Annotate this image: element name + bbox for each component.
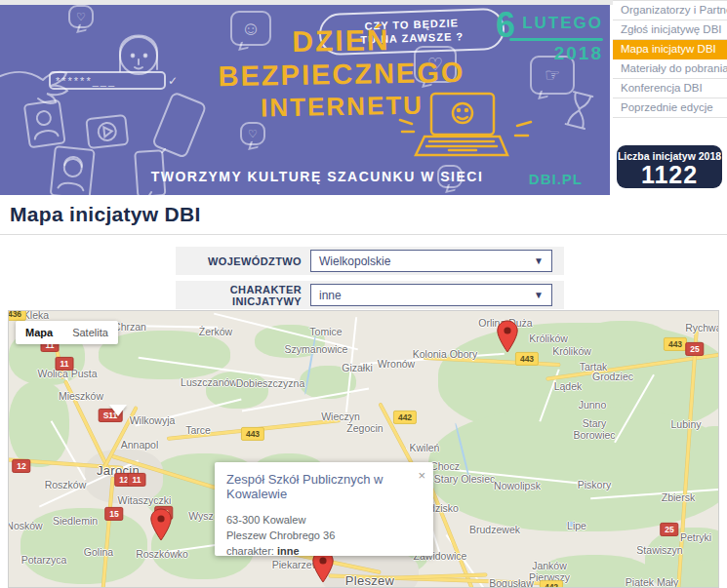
map-town-label: Lubiny — [671, 418, 702, 430]
banner-title: DZIEŃ BEZPIECZNEGO INTERNETU — [199, 21, 484, 124]
date-underline — [509, 38, 603, 41]
map-type-satellite-button[interactable]: Satelita — [62, 321, 118, 344]
initiative-counter: Liczba inicjatyw 2018 1122 — [617, 145, 722, 188]
play-button-doodle-icon — [84, 113, 131, 154]
map-town-label: Nosków — [8, 520, 43, 531]
date-month: LUTEGO — [522, 14, 603, 32]
banner-title-line2: BEZPIECZNEGO — [200, 55, 484, 93]
password-mask: ******___ — [56, 75, 116, 87]
date-year: 2018 — [496, 43, 603, 64]
map-greenery — [99, 331, 230, 379]
map-town-label: Bogusław — [489, 577, 534, 588]
hourglass-doodle-icon — [561, 89, 596, 137]
map-town-label: Wronów — [378, 358, 415, 370]
map-town-label: Rychwał — [685, 322, 719, 333]
info-charakter-value: inne — [277, 545, 300, 557]
heart-bubble-icon: ♡ — [240, 122, 265, 145]
map-marker[interactable] — [150, 508, 172, 545]
map-town-label: Stary Olesiec — [434, 473, 495, 485]
map-town-label: Nowolipsk — [494, 480, 541, 491]
map-town-label: Brudzewek — [469, 524, 520, 535]
road-badge: 15 — [104, 507, 123, 521]
map-town-label: Pleszew — [345, 574, 395, 588]
map-town-label: Potarzyca — [21, 554, 67, 566]
map-town-label: Stary Borowiec — [573, 417, 615, 441]
map-town-label: Mieszków — [59, 390, 103, 402]
map-canvas[interactable]: KlekaChrzanŻerkówWolica PustaMieszkówLus… — [8, 310, 719, 588]
wojewodztwo-select[interactable]: Wielkopolskie ▼ — [310, 250, 552, 272]
charakter-select[interactable]: inne ▼ — [310, 284, 552, 306]
info-charakter-line: charakter: inne — [226, 543, 422, 559]
info-window-tail — [109, 405, 127, 416]
counter-value: 1122 — [617, 162, 722, 187]
road-badge: 11 — [128, 473, 146, 487]
map-town-label: dzisko — [429, 502, 459, 514]
map-town-label: Gizałki — [342, 362, 373, 373]
date-day: 6 — [496, 9, 515, 42]
road-badge: 12 — [12, 459, 30, 473]
map-type-control: Mapa Satelita — [16, 321, 118, 344]
map-town-label: Annapol — [121, 439, 159, 451]
map-town-label: Lipe — [567, 520, 586, 531]
road-badge: 443 — [515, 352, 539, 366]
map-town-label: Golina — [84, 546, 113, 558]
info-address-line2: Pleszew Chrobrego 36 — [226, 528, 422, 543]
banner-tagline: TWORZYMY KULTURĘ SZACUNKU W SIECI — [146, 169, 488, 184]
wojewodztwo-value: Wielkopolskie — [319, 255, 390, 268]
heart-bubble-icon: ♡ — [68, 5, 94, 28]
map-town-label: Siedlemin — [53, 515, 98, 527]
road-badge: 25 — [660, 523, 678, 536]
chevron-down-icon: ▼ — [534, 255, 544, 266]
check-icon: ✓ — [168, 74, 180, 88]
map-town-label: Zbiersk — [662, 491, 695, 503]
wojewodztwo-label: WOJEWÓDZTWO — [176, 255, 310, 267]
dbi-logo: DBI.PL — [529, 171, 583, 187]
sidebar-menu: Organizatorzy i PartnerzyZgłoś inicjatyw… — [613, 0, 727, 118]
info-window: Zespół Szkół Publicznych w Kowalewie × 6… — [215, 462, 433, 556]
map-town-label: Królików — [529, 333, 568, 344]
charakter-value: inne — [319, 289, 342, 302]
info-window-body: 63-300 Kowalew Pleszew Chrobrego 36 char… — [226, 512, 422, 559]
map-town-label: Szymanowice — [285, 343, 348, 355]
sidebar-item[interactable]: Zgłoś inicjatywę DBI — [613, 20, 727, 40]
page-title: Mapa inicjatyw DBI — [10, 203, 201, 226]
info-address-line1: 63-300 Kowalew — [226, 512, 422, 528]
map-town-label: Lądek — [554, 380, 583, 392]
road-badge: 443 — [664, 337, 687, 351]
sidebar-item[interactable]: Konferencja DBI — [613, 79, 727, 98]
sidebar-item[interactable]: Poprzednie edycje — [613, 98, 727, 118]
map-town-label: Kleka — [23, 310, 49, 321]
map-town-label: Luszczanów — [181, 376, 237, 388]
map-town-label: Tomice — [309, 326, 342, 337]
map-town-label: Kolonia Obory — [413, 348, 478, 360]
sidebar: Organizatorzy i PartnerzyZgłoś inicjatyw… — [613, 0, 727, 118]
map-town-label: Petryki — [680, 531, 711, 543]
map-marker[interactable] — [497, 320, 518, 357]
sidebar-item[interactable]: Mapa inicjatyw DBI — [613, 40, 727, 59]
sidebar-item[interactable]: Organizatorzy i Partnerzy — [613, 1, 727, 20]
map-town-label: Królików — [552, 345, 591, 357]
map-town-label: Wysz — [188, 510, 214, 522]
road-badge: 443 — [241, 427, 264, 441]
road-badge: 442 — [540, 580, 563, 588]
map-town-label: Żegocin — [346, 422, 383, 434]
banner: ******___ ✓ ♡ ☺ ♡ ☞ ♡ ♡ CZY TO — [0, 5, 610, 195]
banner-title-line1: DZIEŃ — [199, 21, 483, 59]
map-town-label: Roszków — [45, 479, 87, 490]
map-town-label: Witaszyczki — [118, 494, 172, 506]
road-badge: 442 — [393, 411, 417, 424]
banner-date: 6 LUTEGO 2018 — [496, 9, 603, 64]
sidebar-item[interactable]: Materiały do pobrania — [613, 59, 727, 79]
info-window-title: Zespół Szkół Publicznych w Kowalewie — [226, 472, 422, 501]
charakter-label: CHARAKTER INICJATYWY — [176, 284, 310, 307]
divider — [0, 234, 727, 235]
password-doodle: ******___ ✓ — [49, 71, 166, 90]
map-town-label: Kwileń — [410, 442, 440, 453]
map-town-label: Żerków — [199, 326, 232, 337]
map-type-map-button[interactable]: Mapa — [16, 321, 62, 344]
map-town-label: Dobieszczyzna — [236, 377, 305, 389]
road-badge: 25 — [685, 342, 704, 356]
map-town-label: Roszkówko — [136, 548, 188, 560]
road-badge: 436 — [8, 310, 26, 321]
close-icon[interactable]: × — [418, 468, 425, 483]
